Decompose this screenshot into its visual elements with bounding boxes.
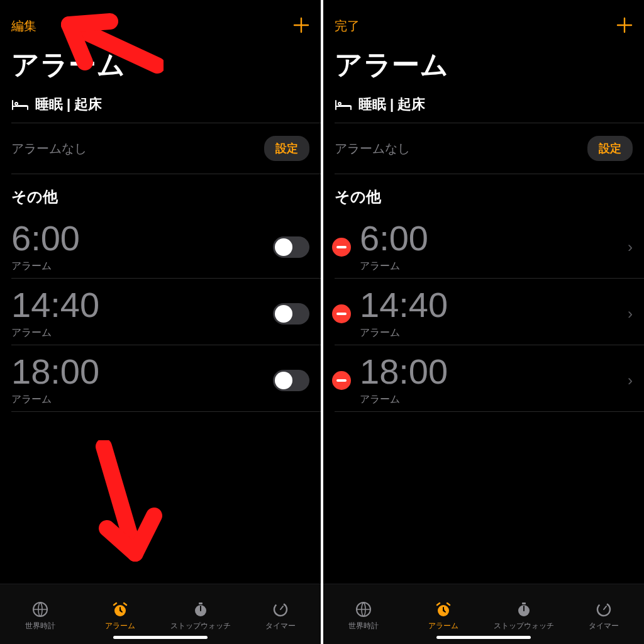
tab-stopwatch[interactable]: ストップウォッチ <box>160 584 241 644</box>
add-alarm-button[interactable] <box>293 15 309 36</box>
nav-bar: 完了 <box>323 0 644 40</box>
tab-label: アラーム <box>428 621 458 631</box>
alarm-time: 14:40 <box>11 287 99 323</box>
edit-button[interactable]: 編集 <box>11 18 36 35</box>
sleep-alarm-row: アラームなし 設定 <box>323 123 644 174</box>
tab-alarm[interactable]: アラーム <box>80 584 161 644</box>
alarm-clock-icon <box>434 601 453 618</box>
no-alarm-label: アラームなし <box>11 140 87 157</box>
alarm-row[interactable]: 14:40 アラーム <box>0 279 321 345</box>
home-indicator[interactable] <box>113 636 208 639</box>
alarm-row[interactable]: 18:00 アラーム <box>0 345 321 411</box>
alarm-label: アラーム <box>11 393 99 406</box>
annotation-arrow-bottom <box>79 440 167 579</box>
sleep-section-header: 睡眠 | 起床 <box>323 92 644 123</box>
alarm-row-edit[interactable]: 18:00 アラーム › <box>323 345 644 411</box>
delete-alarm-button[interactable] <box>332 304 351 323</box>
screenshot-left: 編集 アラーム 睡眠 | 起床 アラームなし 設定 その他 6:00 アラーム <box>0 0 321 644</box>
tab-timer[interactable]: タイマー <box>564 584 645 644</box>
tab-label: タイマー <box>265 621 296 631</box>
alarm-label: アラーム <box>11 260 80 273</box>
sleep-section-header: 睡眠 | 起床 <box>0 92 321 123</box>
tab-timer[interactable]: タイマー <box>241 584 321 644</box>
tab-label: 世界時計 <box>25 621 55 631</box>
tab-label: 世界時計 <box>348 621 379 631</box>
svg-rect-3 <box>199 602 203 604</box>
tab-world-clock[interactable]: 世界時計 <box>0 584 80 644</box>
timer-icon <box>271 601 290 618</box>
tab-bar: 世界時計 アラーム ストップウォッチ タイマー <box>0 584 321 644</box>
tab-stopwatch[interactable]: ストップウォッチ <box>484 584 564 644</box>
bed-icon <box>11 98 29 111</box>
delete-alarm-button[interactable] <box>332 238 351 257</box>
plus-icon <box>616 17 633 33</box>
sleep-section-label: 睡眠 | 起床 <box>358 95 425 114</box>
sleep-alarm-row: アラームなし 設定 <box>0 123 321 174</box>
alarm-row-edit[interactable]: 6:00 アラーム › <box>323 212 644 278</box>
timer-icon <box>594 601 613 618</box>
sleep-settings-button[interactable]: 設定 <box>264 136 309 161</box>
plus-icon <box>293 17 309 33</box>
alarm-time: 14:40 <box>360 287 623 323</box>
tab-label: アラーム <box>105 621 135 631</box>
globe-icon <box>354 601 373 618</box>
alarm-clock-icon <box>111 601 130 618</box>
tab-label: タイマー <box>589 621 619 631</box>
sleep-section-label: 睡眠 | 起床 <box>35 95 102 114</box>
divider <box>335 411 644 412</box>
tab-label: ストップウォッチ <box>170 621 231 631</box>
divider <box>11 411 321 412</box>
home-indicator[interactable] <box>436 636 531 639</box>
alarm-row-edit[interactable]: 14:40 アラーム › <box>323 279 644 345</box>
other-section-header: その他 <box>323 174 644 212</box>
stopwatch-icon <box>191 601 210 618</box>
chevron-right-icon: › <box>623 305 633 323</box>
page-title: アラーム <box>0 40 321 92</box>
svg-rect-8 <box>522 602 526 604</box>
alarm-toggle[interactable] <box>273 236 309 258</box>
tab-bar: 世界時計 アラーム ストップウォッチ タイマー <box>323 584 644 644</box>
sleep-settings-button[interactable]: 設定 <box>587 136 633 161</box>
chevron-right-icon: › <box>623 238 633 256</box>
bed-icon <box>335 98 352 111</box>
alarm-label: アラーム <box>360 393 623 406</box>
delete-alarm-button[interactable] <box>332 371 351 390</box>
no-alarm-label: アラームなし <box>335 140 410 157</box>
alarm-time: 18:00 <box>11 354 99 389</box>
alarm-toggle[interactable] <box>273 303 309 325</box>
nav-bar: 編集 <box>0 0 321 40</box>
stopwatch-icon <box>514 601 533 618</box>
alarm-time: 18:00 <box>360 354 623 389</box>
alarm-row[interactable]: 6:00 アラーム <box>0 212 321 278</box>
tab-world-clock[interactable]: 世界時計 <box>323 584 404 644</box>
done-button[interactable]: 完了 <box>335 18 360 35</box>
alarm-toggle[interactable] <box>273 370 309 391</box>
tab-label: ストップウォッチ <box>494 621 554 631</box>
alarm-time: 6:00 <box>11 221 80 256</box>
globe-icon <box>31 601 50 618</box>
other-section-header: その他 <box>0 174 321 212</box>
alarm-time: 6:00 <box>360 221 623 256</box>
add-alarm-button[interactable] <box>616 15 633 36</box>
screenshot-right: 完了 アラーム 睡眠 | 起床 アラームなし 設定 その他 6:00 アラーム <box>323 0 644 644</box>
chevron-right-icon: › <box>623 372 633 389</box>
tab-alarm[interactable]: アラーム <box>404 584 484 644</box>
page-title: アラーム <box>323 40 644 92</box>
alarm-label: アラーム <box>11 326 99 340</box>
alarm-label: アラーム <box>360 326 623 340</box>
alarm-label: アラーム <box>360 260 623 273</box>
